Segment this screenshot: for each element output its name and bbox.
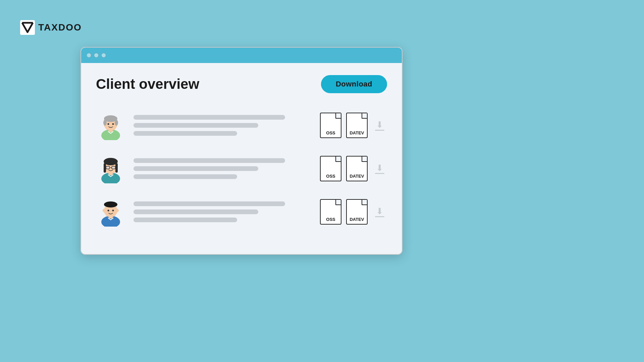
text-line bbox=[133, 115, 285, 120]
text-line bbox=[133, 218, 237, 222]
svg-point-7 bbox=[115, 120, 118, 126]
oss-badge[interactable]: OSS bbox=[320, 113, 341, 138]
svg-point-9 bbox=[112, 123, 114, 125]
datev-badge[interactable]: DATEV bbox=[346, 113, 368, 138]
row-download-button[interactable]: ⬇ bbox=[372, 204, 387, 219]
text-line bbox=[133, 166, 258, 171]
page-title: Client overview bbox=[96, 76, 199, 92]
download-arrow-icon: ⬇ bbox=[376, 120, 383, 129]
download-arrow-icon: ⬇ bbox=[376, 164, 383, 172]
svg-point-27 bbox=[108, 210, 109, 212]
svg-rect-16 bbox=[106, 166, 110, 169]
datev-badge[interactable]: DATEV bbox=[346, 156, 368, 181]
file-badges: OSS DATEV ⬇ bbox=[320, 113, 387, 138]
client-text-lines bbox=[133, 201, 312, 222]
avatar bbox=[96, 111, 125, 140]
header-row: Client overview Download bbox=[96, 75, 387, 93]
svg-rect-15 bbox=[115, 163, 118, 173]
svg-point-8 bbox=[108, 123, 109, 125]
avatar bbox=[96, 197, 125, 227]
download-line-icon bbox=[375, 173, 384, 174]
download-button[interactable]: Download bbox=[321, 75, 387, 93]
row-download-button[interactable]: ⬇ bbox=[372, 118, 387, 133]
window-minimize-btn[interactable] bbox=[94, 53, 99, 58]
client-row: OSS DATEV ⬇ bbox=[96, 148, 387, 189]
avatar-green-female bbox=[96, 111, 125, 140]
text-line bbox=[133, 209, 258, 214]
window-maximize-btn[interactable] bbox=[101, 53, 106, 58]
download-line-icon bbox=[375, 216, 384, 217]
svg-point-24 bbox=[104, 201, 117, 207]
file-badges: OSS DATEV ⬇ bbox=[320, 199, 387, 225]
avatar bbox=[96, 154, 125, 183]
download-line-icon bbox=[375, 130, 384, 131]
svg-point-25 bbox=[103, 209, 105, 212]
text-line bbox=[133, 201, 285, 206]
svg-point-6 bbox=[103, 120, 107, 126]
oss-badge[interactable]: OSS bbox=[320, 156, 341, 181]
text-line bbox=[133, 174, 237, 179]
file-badges: OSS DATEV ⬇ bbox=[320, 156, 387, 181]
row-download-button[interactable]: ⬇ bbox=[372, 161, 387, 176]
download-arrow-icon: ⬇ bbox=[376, 207, 383, 216]
svg-rect-14 bbox=[104, 163, 106, 173]
text-line bbox=[133, 123, 258, 128]
avatar-blue-male bbox=[96, 197, 125, 227]
logo-text: TAXDOO bbox=[38, 22, 82, 33]
svg-point-26 bbox=[116, 209, 119, 212]
avatar-teal-glasses-female bbox=[96, 154, 125, 183]
client-row: OSS DATEV ⬇ bbox=[96, 192, 387, 232]
window-close-btn[interactable] bbox=[87, 53, 91, 58]
text-line bbox=[133, 131, 237, 136]
client-row: OSS DATEV ⬇ bbox=[96, 105, 387, 146]
svg-point-28 bbox=[112, 210, 114, 212]
browser-window: Client overview Download bbox=[80, 47, 402, 255]
datev-badge[interactable]: DATEV bbox=[346, 199, 368, 225]
oss-badge[interactable]: OSS bbox=[320, 199, 341, 225]
taxdoo-logo-icon bbox=[20, 20, 35, 35]
client-text-lines bbox=[133, 115, 312, 136]
svg-rect-17 bbox=[112, 166, 115, 169]
text-line bbox=[133, 158, 285, 163]
client-text-lines bbox=[133, 158, 312, 179]
browser-titlebar bbox=[81, 48, 402, 63]
browser-content: Client overview Download bbox=[81, 63, 402, 254]
logo: TAXDOO bbox=[20, 20, 82, 35]
